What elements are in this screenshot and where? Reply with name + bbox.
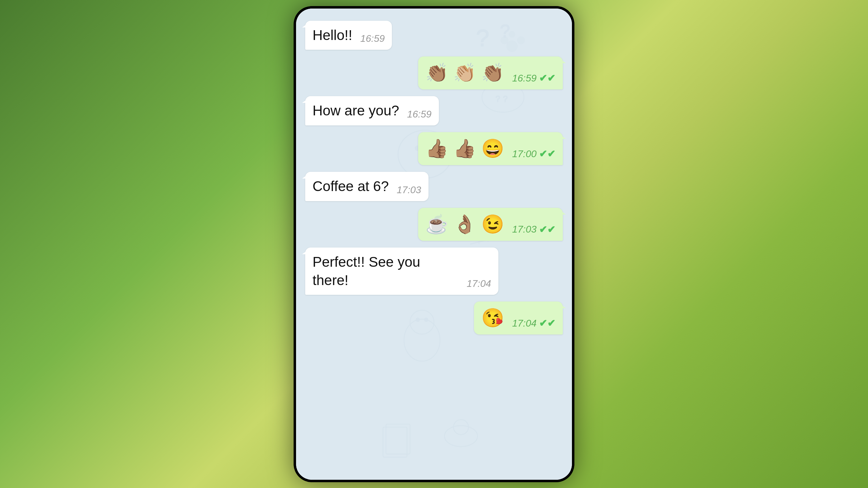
- message-time: 17:04: [512, 318, 536, 329]
- message-meta: 16:59: [407, 109, 432, 120]
- message-meta: 16:59 ✔✔: [512, 72, 555, 84]
- message-time: 16:59: [360, 33, 384, 44]
- message-meta: 17:00 ✔✔: [512, 148, 555, 160]
- read-receipt-icon: ✔✔: [539, 148, 555, 160]
- message-text: Perfect!! See you there!: [313, 253, 459, 289]
- list-item: 👍🏽 👍🏽 😄 17:00 ✔✔: [418, 132, 563, 165]
- message-text: Hello!!: [313, 26, 352, 44]
- message-meta: 17:03 ✔✔: [512, 224, 555, 235]
- messages-area: Hello!! 16:59 👏🏽 👏🏼 👏🏽 16:5: [296, 8, 572, 480]
- read-receipt-icon: ✔✔: [539, 317, 555, 329]
- message-emoji: 😘: [481, 307, 504, 329]
- message-bubble-incoming: How are you? 16:59: [305, 96, 439, 125]
- message-time: 17:03: [512, 224, 536, 235]
- message-time: 17:04: [467, 278, 491, 289]
- message-emoji: 👏🏽 👏🏼 👏🏽: [426, 62, 504, 84]
- message-bubble-outgoing: 😘 17:04 ✔✔: [474, 302, 563, 335]
- read-receipt-icon: ✔✔: [539, 72, 555, 84]
- message-bubble-incoming: Coffee at 6? 17:03: [305, 172, 429, 201]
- message-time: 17:00: [512, 148, 536, 160]
- list-item: Perfect!! See you there! 17:04: [305, 247, 498, 295]
- message-meta: 17:04: [467, 278, 491, 289]
- phone-frame: ? ?: [293, 6, 575, 482]
- list-item: Hello!! 16:59: [305, 21, 498, 50]
- message-bubble-outgoing: ☕ 👌🏽 😉 17:03 ✔✔: [418, 208, 563, 241]
- message-time: 17:03: [397, 184, 421, 195]
- message-meta: 17:03: [397, 184, 421, 195]
- message-bubble-incoming: Hello!! 16:59: [305, 21, 392, 50]
- read-receipt-icon: ✔✔: [539, 224, 555, 235]
- list-item: How are you? 16:59: [305, 96, 498, 125]
- message-text: How are you?: [313, 102, 399, 120]
- message-meta: 17:04 ✔✔: [512, 317, 555, 329]
- phone-screen: ? ?: [296, 8, 572, 480]
- message-bubble-outgoing: 👍🏽 👍🏽 😄 17:00 ✔✔: [418, 132, 563, 165]
- message-meta: 16:59: [360, 33, 384, 44]
- list-item: Coffee at 6? 17:03: [305, 172, 498, 201]
- list-item: ☕ 👌🏽 😉 17:03 ✔✔: [418, 208, 563, 241]
- chat-background: ? ?: [296, 8, 572, 480]
- message-emoji: ☕ 👌🏽 😉: [426, 213, 504, 235]
- list-item: 👏🏽 👏🏼 👏🏽 16:59 ✔✔: [418, 57, 563, 89]
- message-emoji: 👍🏽 👍🏽 😄: [426, 138, 504, 160]
- message-time: 16:59: [512, 73, 536, 84]
- message-bubble-incoming: Perfect!! See you there! 17:04: [305, 247, 498, 295]
- message-bubble-outgoing: 👏🏽 👏🏼 👏🏽 16:59 ✔✔: [418, 57, 563, 89]
- list-item: 😘 17:04 ✔✔: [474, 302, 563, 335]
- message-text: Coffee at 6?: [313, 177, 389, 195]
- message-time: 16:59: [407, 109, 432, 120]
